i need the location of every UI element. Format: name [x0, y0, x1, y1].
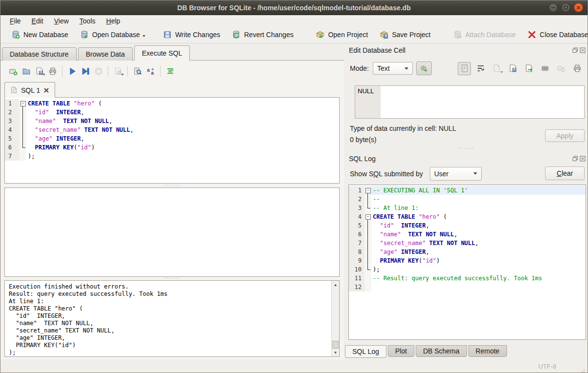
- open-project-icon: [316, 30, 324, 39]
- open-sql-file-icon[interactable]: [20, 65, 33, 78]
- find-icon[interactable]: [131, 65, 144, 78]
- mode-select[interactable]: Text: [373, 62, 413, 75]
- tab-db-schema[interactable]: DB Schema: [416, 345, 467, 357]
- code-line[interactable]: 8 "age" INTEGER,: [349, 248, 586, 256]
- code-line[interactable]: 7);: [5, 152, 339, 161]
- tab-database-structure[interactable]: Database Structure: [2, 47, 77, 61]
- code-line[interactable]: 4 "secret_name" TEXT NOT NULL,: [5, 125, 339, 134]
- float-icon[interactable]: [572, 156, 578, 162]
- code-line[interactable]: 4CREATE TABLE "hero" (: [349, 212, 586, 221]
- new-database-icon: [11, 30, 20, 39]
- menu-view[interactable]: View: [50, 17, 73, 25]
- print-icon[interactable]: [46, 65, 59, 78]
- scrollbar-thumb[interactable]: [332, 341, 339, 349]
- close-icon[interactable]: [580, 47, 586, 53]
- execute-all-icon[interactable]: [65, 65, 79, 78]
- code-line[interactable]: 7 "secret_name" TEXT NOT NULL,: [349, 239, 586, 248]
- fold-marker-icon[interactable]: [20, 99, 26, 108]
- line-number: 12: [349, 283, 365, 291]
- title-bar[interactable]: DB Browser for SQLite - /home/user/code/…: [0, 0, 588, 15]
- code-line[interactable]: 3 "name" TEXT NOT NULL,: [5, 117, 339, 125]
- execute-line-icon[interactable]: [79, 65, 92, 78]
- save-sql-file-icon[interactable]: [33, 65, 46, 78]
- save-project-button[interactable]: Save Project: [374, 27, 436, 42]
- menu-edit[interactable]: Edit: [27, 17, 48, 25]
- fold-margin: [365, 256, 371, 265]
- code-line[interactable]: 6 "name" TEXT NOT NULL,: [349, 230, 586, 239]
- code-line[interactable]: 5 "id" INTEGER,: [349, 221, 586, 230]
- export-icon[interactable]: [522, 62, 535, 75]
- text-document-icon[interactable]: [458, 62, 471, 75]
- scroll-up-icon[interactable]: ▲: [332, 281, 339, 288]
- sql-editor-tab[interactable]: SQL 1: [4, 82, 55, 98]
- link-icon[interactable]: [538, 62, 551, 75]
- chevron-down-icon[interactable]: [142, 35, 145, 39]
- resize-grip[interactable]: [584, 370, 585, 371]
- line-number: 8: [349, 248, 365, 256]
- new-tab-icon[interactable]: [6, 65, 20, 78]
- cell-value-editor[interactable]: NULL: [355, 85, 585, 119]
- menu-tools[interactable]: Tools: [75, 17, 100, 25]
- menu-file[interactable]: File: [5, 17, 25, 25]
- open-database-button[interactable]: Open Database: [74, 27, 151, 42]
- fold-margin: [365, 248, 371, 256]
- close-icon[interactable]: [43, 87, 49, 93]
- menu-help[interactable]: Help: [102, 17, 125, 25]
- print-icon[interactable]: [570, 62, 584, 75]
- close-icon[interactable]: [574, 3, 583, 12]
- code-line[interactable]: 10);: [349, 265, 586, 274]
- code-line[interactable]: 2--: [349, 195, 586, 204]
- word-wrap-icon[interactable]: [474, 62, 487, 75]
- sql-editor[interactable]: 1CREATE TABLE "hero" (2 "id" INTEGER,3 "…: [4, 97, 340, 184]
- tab-browse-data[interactable]: Browse Data: [78, 47, 133, 61]
- code-line[interactable]: 3-- At line 1:: [349, 204, 586, 212]
- submitted-by-select[interactable]: User: [430, 167, 482, 181]
- code-line[interactable]: 1CREATE TABLE "hero" (: [5, 99, 339, 108]
- new-database-button[interactable]: New Database: [5, 27, 74, 42]
- results-grid[interactable]: [4, 187, 340, 277]
- tab-execute-sql[interactable]: Execute SQL: [134, 45, 190, 61]
- splitter-handle[interactable]: ······: [0, 184, 344, 187]
- revert-changes-button[interactable]: Revert Changes: [226, 27, 299, 42]
- splitter-handle[interactable]: ······: [0, 277, 344, 280]
- code-line[interactable]: 9 PRIMARY KEY("id"): [349, 256, 586, 265]
- execution-log[interactable]: Execution finished without errors. Resul…: [4, 280, 340, 357]
- write-changes-label: Write Changes: [175, 31, 220, 39]
- scrollbar[interactable]: ▲ ▼: [331, 281, 339, 356]
- write-changes-button[interactable]: Write Changes: [157, 27, 226, 42]
- import-icon: [490, 62, 503, 75]
- fold-margin: [20, 108, 26, 117]
- code-line[interactable]: 11-- Result: query executed successfully…: [349, 274, 586, 283]
- fold-marker-icon[interactable]: [365, 212, 371, 221]
- app-window: DB Browser for SQLite - /home/user/code/…: [0, 0, 588, 373]
- sql-log-view[interactable]: 1-- EXECUTING ALL IN 'SQL 1'2--3-- At li…: [348, 185, 586, 340]
- auto-switch-mode-button[interactable]: [416, 62, 432, 75]
- menu-bar: FileEditViewToolsHelp: [0, 15, 588, 26]
- mode-value: Text: [377, 64, 390, 72]
- close-icon[interactable]: [580, 156, 586, 162]
- save-as-icon[interactable]: [506, 62, 519, 75]
- chevron-down-icon[interactable]: [42, 74, 45, 77]
- format-icon[interactable]: [163, 65, 177, 78]
- tab-remote[interactable]: Remote: [468, 345, 507, 357]
- code-line[interactable]: 1-- EXECUTING ALL IN 'SQL 1': [349, 186, 586, 195]
- code-line[interactable]: 2 "id" INTEGER,: [5, 108, 339, 117]
- code-line[interactable]: 5 "age" INTEGER,: [5, 134, 339, 143]
- scroll-down-icon[interactable]: ▼: [332, 349, 339, 356]
- close-database-button[interactable]: Close Database: [522, 27, 588, 42]
- tab-plot[interactable]: Plot: [388, 345, 414, 357]
- fold-marker-icon[interactable]: [365, 186, 371, 195]
- splitter-handle[interactable]: ······: [344, 147, 588, 150]
- tab-sql-log[interactable]: SQL Log: [345, 345, 386, 358]
- clear-button[interactable]: Clear: [545, 166, 585, 180]
- minimize-icon[interactable]: [548, 3, 558, 12]
- code-line[interactable]: 12: [349, 283, 586, 291]
- replace-icon[interactable]: aa: [144, 65, 157, 78]
- maximize-icon[interactable]: [561, 3, 570, 12]
- sql-toolbar: aa: [6, 64, 177, 79]
- float-icon[interactable]: [572, 47, 578, 53]
- code-line[interactable]: 6 PRIMARY KEY("id"): [5, 143, 339, 152]
- open-project-button[interactable]: Open Project: [310, 27, 374, 42]
- line-number: 6: [5, 143, 20, 152]
- line-number: 1: [5, 99, 20, 108]
